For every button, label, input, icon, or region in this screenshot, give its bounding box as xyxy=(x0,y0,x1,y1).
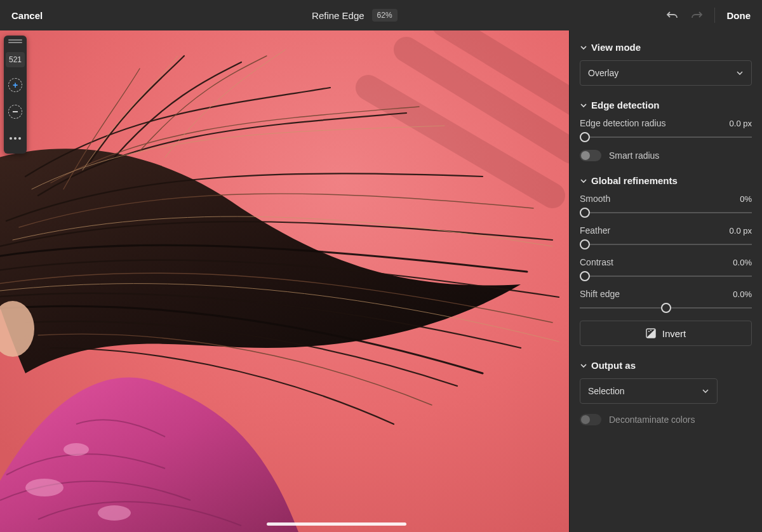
view-mode-header[interactable]: View mode xyxy=(580,42,752,53)
smart-radius-label: Smart radius xyxy=(609,150,659,161)
invert-button[interactable]: Invert xyxy=(580,321,752,346)
add-to-selection-tool[interactable]: + xyxy=(6,76,24,94)
feather-label: Feather xyxy=(580,225,610,236)
decontaminate-toggle[interactable] xyxy=(580,414,601,425)
feather-value: 0.0 px xyxy=(730,226,752,236)
invert-icon xyxy=(646,328,656,338)
invert-label: Invert xyxy=(662,328,686,339)
redo-button[interactable] xyxy=(690,9,703,22)
undo-button[interactable] xyxy=(666,9,679,22)
edge-radius-label: Edge detection radius xyxy=(580,118,665,128)
top-bar: Cancel Refine Edge 62% Done xyxy=(0,0,762,30)
smooth-slider[interactable] xyxy=(580,206,752,219)
global-refinements-header[interactable]: Global refinements xyxy=(580,175,752,186)
global-refinements-title: Global refinements xyxy=(591,175,678,186)
main-area: 521 + View mode xyxy=(0,30,762,532)
more-tools-button[interactable] xyxy=(6,130,24,147)
output-selected: Selection xyxy=(588,386,625,396)
feather-slider[interactable] xyxy=(580,238,752,251)
redo-icon xyxy=(690,10,703,20)
svg-point-4 xyxy=(25,479,64,496)
subtract-from-selection-tool[interactable] xyxy=(6,103,24,121)
view-mode-section: View mode Overlay xyxy=(580,42,752,86)
svg-point-6 xyxy=(64,443,89,456)
output-title: Output as xyxy=(591,360,636,371)
divider xyxy=(714,8,715,23)
svg-point-5 xyxy=(98,505,131,521)
chevron-down-icon xyxy=(736,69,744,77)
output-section: Output as Selection Decontaminate colors xyxy=(580,360,752,425)
edge-detection-section: Edge detection Edge detection radius 0.0… xyxy=(580,100,752,161)
edge-radius-slider[interactable] xyxy=(580,131,752,143)
dashed-circle-minus-icon xyxy=(8,105,22,119)
edge-detection-title: Edge detection xyxy=(591,100,660,110)
smooth-value: 0% xyxy=(740,194,752,204)
dashed-circle-plus-icon: + xyxy=(8,78,22,92)
chevron-down-icon xyxy=(580,102,587,109)
contrast-slider[interactable] xyxy=(580,270,752,283)
tool-strip: 521 + xyxy=(4,36,27,154)
chevron-down-icon xyxy=(702,387,709,395)
svg-point-15 xyxy=(648,331,650,332)
decontaminate-label: Decontaminate colors xyxy=(609,415,695,425)
zoom-level-badge[interactable]: 62% xyxy=(372,9,398,22)
contrast-value: 0.0% xyxy=(733,258,752,267)
edge-detection-header[interactable]: Edge detection xyxy=(580,100,752,110)
view-mode-title: View mode xyxy=(591,42,641,53)
svg-point-16 xyxy=(650,330,652,331)
shift-edge-label: Shift edge xyxy=(580,289,620,299)
smooth-label: Smooth xyxy=(580,194,610,204)
chevron-down-icon xyxy=(580,44,587,51)
cancel-button[interactable]: Cancel xyxy=(11,10,43,21)
chevron-down-icon xyxy=(580,177,587,185)
canvas-image xyxy=(0,30,569,532)
undo-icon xyxy=(666,10,679,20)
brush-size-field[interactable]: 521 xyxy=(6,52,25,67)
drag-handle-icon[interactable] xyxy=(8,39,22,43)
output-dropdown[interactable]: Selection xyxy=(580,378,718,404)
edge-radius-value: 0.0 px xyxy=(730,119,752,128)
chevron-down-icon xyxy=(580,362,587,369)
global-refinements-section: Global refinements Smooth 0% Feather 0.0… xyxy=(580,175,752,346)
shift-edge-value: 0.0% xyxy=(733,289,752,299)
smart-radius-toggle[interactable] xyxy=(580,150,601,161)
view-mode-dropdown[interactable]: Overlay xyxy=(580,60,752,86)
contrast-label: Contrast xyxy=(580,257,613,267)
canvas[interactable]: 521 + xyxy=(0,30,569,532)
output-header[interactable]: Output as xyxy=(580,360,752,371)
horizontal-scrollbar[interactable] xyxy=(267,522,406,526)
panel-title: Refine Edge xyxy=(312,10,364,21)
shift-edge-slider[interactable] xyxy=(580,302,752,314)
refine-edge-panel: View mode Overlay Edge detection Edge de… xyxy=(569,30,762,532)
more-icon xyxy=(10,137,21,140)
done-button[interactable]: Done xyxy=(726,10,751,21)
view-mode-selected: Overlay xyxy=(588,68,618,78)
